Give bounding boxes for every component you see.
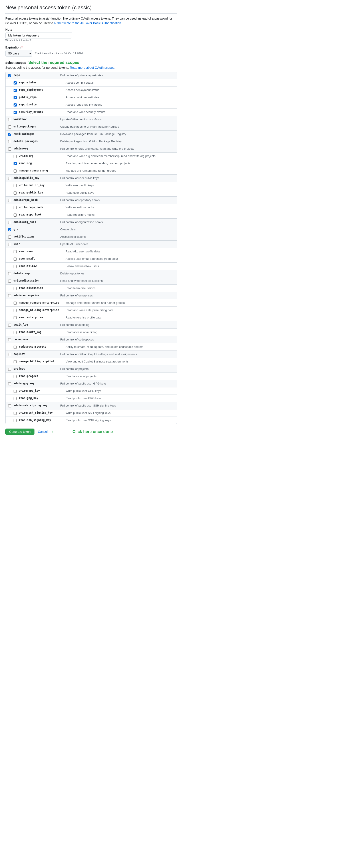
scope-desc: Read enterprise profile data [66, 316, 174, 319]
scope-name: read:org [19, 162, 63, 165]
scope-checkbox-admin_repo_hook[interactable] [8, 199, 11, 202]
scope-name: write:org [19, 154, 63, 157]
scope-checkbox-manage_billing_copilot[interactable] [13, 360, 17, 363]
scope-row: audit_logFull control of audit log [5, 321, 177, 329]
expiration-select[interactable]: 90 days 7 days 30 days 60 days Custom No… [5, 50, 32, 57]
scope-checkbox-write_discussion[interactable] [8, 280, 11, 283]
scope-checkbox-user_email[interactable] [13, 257, 17, 261]
scope-row: user:emailAccess user email addresses (r… [5, 255, 177, 262]
scope-checkbox-repo_invite[interactable] [13, 103, 17, 106]
scope-name: admin:ssh_signing_key [13, 404, 58, 407]
scope-checkbox-write_repo_hook[interactable] [13, 206, 17, 209]
scope-checkbox-security_events[interactable] [13, 111, 17, 114]
scope-name: write:discussion [13, 279, 58, 282]
scope-checkbox-delete_repo[interactable] [8, 272, 11, 275]
scope-desc: Read and write team discussions [60, 279, 174, 282]
scope-desc: Full control of orgs and teams, read and… [60, 147, 174, 150]
scope-checkbox-admin_ssh_signing_key[interactable] [8, 404, 11, 407]
scope-desc: Full control of repository hooks [60, 198, 174, 202]
scope-desc: Update GitHub Action workflows [60, 118, 174, 121]
scope-desc: Access user email addresses (read-only) [66, 257, 174, 260]
scope-name: public_repo [19, 96, 63, 99]
scope-checkbox-user_follow[interactable] [13, 265, 17, 268]
scope-checkbox-write_gpg_key[interactable] [13, 390, 17, 393]
scope-checkbox-public_repo[interactable] [13, 96, 17, 99]
scope-checkbox-codespace_secrets[interactable] [13, 346, 17, 349]
scope-desc: Access deployment status [66, 88, 174, 92]
scope-checkbox-read_repo_hook[interactable] [13, 214, 17, 217]
scope-checkbox-gist[interactable] [8, 228, 11, 231]
scopes-header: Select scopes Select the required scopes [5, 60, 177, 65]
scope-checkbox-read_discussion[interactable] [13, 287, 17, 290]
scope-name: repo [13, 73, 58, 77]
scope-checkbox-copilot[interactable] [8, 353, 11, 356]
scope-checkbox-admin_org_hook[interactable] [8, 221, 11, 224]
scope-desc: Full control of user public keys [60, 176, 174, 180]
select-required-text: Select the required scopes [28, 60, 79, 65]
scope-row: admin:gpg_keyFull control of public user… [5, 380, 177, 388]
scope-checkbox-admin_public_key[interactable] [8, 177, 11, 180]
scope-checkbox-read_org[interactable] [13, 162, 17, 165]
scope-checkbox-notifications[interactable] [8, 236, 11, 239]
scope-name: manage_runners:enterprise [19, 301, 63, 304]
scope-row: admin:public_keyFull control of user pub… [5, 175, 177, 182]
click-here-text: Click here once done [72, 429, 113, 434]
scope-row: security_eventsRead and write security e… [5, 108, 177, 116]
scope-checkbox-read_user[interactable] [13, 250, 17, 253]
scope-row: manage_billing:copilotView and edit Copi… [5, 358, 177, 365]
scope-row: repo:inviteAccess repository invitations [5, 101, 177, 108]
scope-name: repo:invite [19, 103, 63, 106]
scope-row: read:projectRead access of projects [5, 373, 177, 380]
scope-checkbox-read_packages[interactable] [8, 133, 11, 136]
scope-checkbox-audit_log[interactable] [8, 323, 11, 327]
scope-name: manage_runners:org [19, 169, 63, 172]
scope-checkbox-delete_packages[interactable] [8, 140, 11, 143]
scope-checkbox-read_audit_log[interactable] [13, 331, 17, 334]
scope-checkbox-repo_status[interactable] [13, 82, 17, 85]
scope-name: write:public_key [19, 184, 63, 187]
scope-checkbox-project[interactable] [8, 368, 11, 371]
oauth-link[interactable]: Read more about OAuth scopes. [70, 66, 115, 69]
scope-row: admin:org_hookFull control of organizati… [5, 219, 177, 226]
scope-desc: Write user public keys [66, 184, 174, 187]
scope-checkbox-admin_enterprise[interactable] [8, 294, 11, 297]
scope-checkbox-repo[interactable] [8, 74, 11, 77]
scope-checkbox-write_public_key[interactable] [13, 184, 17, 187]
scope-desc: Delete repositories [60, 272, 174, 275]
scope-desc: Full control of organization hooks [60, 220, 174, 224]
scope-checkbox-user[interactable] [8, 243, 11, 246]
scope-checkbox-manage_runners_org[interactable] [13, 169, 17, 173]
scope-checkbox-read_ssh_signing_key[interactable] [13, 419, 17, 422]
scope-checkbox-manage_billing_enterprise[interactable] [13, 309, 17, 312]
scopes-table: repoFull control of private repositories… [5, 72, 177, 424]
scope-checkbox-read_gpg_key[interactable] [13, 397, 17, 400]
scope-desc: Read access of audit log [66, 331, 174, 334]
scope-desc: Full control of public user GPG keys [60, 382, 174, 385]
scope-checkbox-codespace[interactable] [8, 338, 11, 341]
expiration-label: Expiration * [5, 45, 177, 49]
required-star: * [21, 45, 23, 49]
scope-desc: Read org and team membership, read org p… [66, 162, 174, 165]
scope-checkbox-write_packages[interactable] [8, 125, 11, 128]
scope-row: copilotFull control of GitHub Copilot se… [5, 351, 177, 358]
scope-row: gistCreate gists [5, 226, 177, 233]
scope-checkbox-write_org[interactable] [13, 155, 17, 158]
scope-checkbox-read_enterprise[interactable] [13, 316, 17, 319]
scope-row: write:repo_hookWrite repository hooks [5, 204, 177, 211]
scope-name: read:repo_hook [19, 213, 63, 216]
scope-checkbox-repo_deployment[interactable] [13, 89, 17, 92]
scope-checkbox-write_ssh_signing_key[interactable] [13, 412, 17, 415]
scope-name: read:audit_log [19, 331, 63, 334]
scope-checkbox-workflow[interactable] [8, 118, 11, 121]
scope-checkbox-admin_gpg_key[interactable] [8, 382, 11, 385]
scope-checkbox-admin_org[interactable] [8, 148, 11, 151]
scope-row: admin:ssh_signing_keyFull control of pub… [5, 402, 177, 409]
cancel-button[interactable]: Cancel [38, 430, 48, 433]
scope-checkbox-read_project[interactable] [13, 375, 17, 378]
scope-row: repo_deploymentAccess deployment status [5, 87, 177, 94]
generate-token-button[interactable]: Generate token [5, 429, 34, 435]
auth-link[interactable]: authenticate to the API over Basic Authe… [54, 21, 121, 25]
note-input[interactable] [5, 32, 72, 38]
scope-checkbox-manage_runners_enterprise[interactable] [13, 302, 17, 305]
scope-checkbox-read_public_key[interactable] [13, 191, 17, 195]
